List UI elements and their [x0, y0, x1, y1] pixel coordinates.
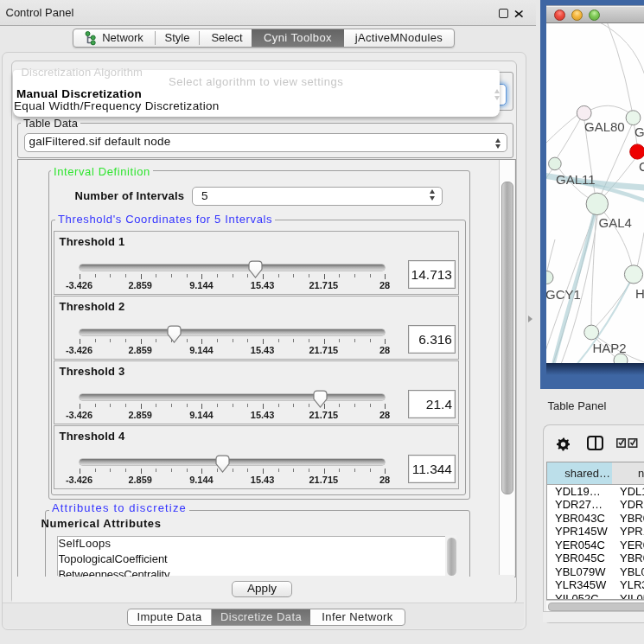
svg-text:C: C	[639, 159, 644, 174]
svg-text:H: H	[635, 286, 644, 301]
svg-text:GAL4: GAL4	[599, 215, 632, 230]
svg-text:G.: G.	[634, 124, 644, 139]
svg-text:GAL80: GAL80	[584, 119, 625, 134]
svg-text:HAP2: HAP2	[592, 341, 626, 355]
svg-text:GAL11: GAL11	[556, 172, 596, 187]
svg-text:GCY1: GCY1	[546, 287, 581, 302]
